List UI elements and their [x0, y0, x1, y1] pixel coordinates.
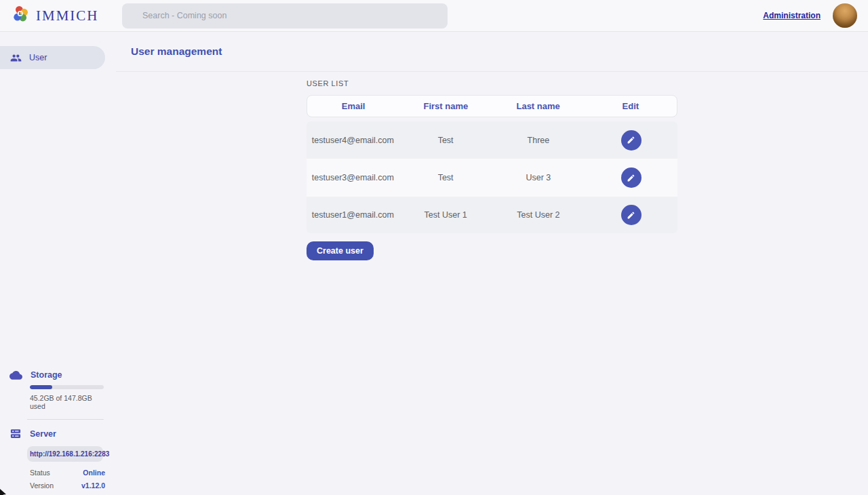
storage-progress-bar [30, 385, 104, 389]
server-url-chip: http://192.168.1.216:2283 [27, 446, 103, 462]
search-input[interactable] [122, 3, 448, 28]
pencil-icon [627, 174, 635, 182]
column-edit: Edit [585, 101, 677, 111]
server-title: Server [30, 429, 56, 439]
sidebar-item-user-label: User [29, 53, 47, 62]
immich-admin-app: IMMICH Administration User [0, 0, 868, 495]
sidebar-footer: Storage 45.2GB of 147.8GB used [0, 370, 105, 490]
user-avatar[interactable] [833, 3, 857, 28]
mouse-cursor [0, 486, 9, 495]
immich-logo[interactable]: IMMICH [11, 5, 122, 26]
status-value: Online [83, 469, 105, 477]
pencil-icon [627, 136, 635, 144]
sidebar: User Storage 45.2GB of 1 [0, 32, 105, 495]
column-last-name: Last name [492, 101, 585, 111]
sidebar-divider [27, 419, 104, 420]
status-label: Status [30, 469, 50, 477]
user-first-name-cell: Test [399, 136, 492, 145]
user-table-rows: testuser4@email.com Test Three [307, 121, 677, 233]
user-email-cell: testuser1@email.com [307, 210, 399, 220]
table-row: testuser4@email.com Test Three [307, 121, 677, 159]
storage-title: Storage [31, 370, 62, 380]
main-content: User management USER LIST Email First na… [105, 32, 868, 495]
user-table-header: Email First name Last name Edit [307, 95, 677, 117]
user-last-name-cell: Three [492, 136, 585, 145]
logo-wordmark: IMMICH [36, 7, 99, 24]
server-status-row: Status Online [30, 469, 105, 477]
storage-usage-text: 45.2GB of 147.8GB used [30, 394, 104, 410]
user-last-name-cell: User 3 [492, 173, 585, 182]
user-list-label: USER LIST [307, 79, 677, 87]
user-email-cell: testuser4@email.com [307, 136, 399, 145]
version-label: Version [30, 481, 54, 490]
storage-progress-fill [30, 385, 52, 389]
page-title: User management [131, 45, 222, 58]
create-user-button[interactable]: Create user [307, 241, 374, 260]
immich-flower-icon [11, 5, 30, 26]
user-edit-cell [585, 167, 677, 188]
column-email: Email [307, 101, 399, 111]
app-header: IMMICH Administration [0, 0, 868, 32]
user-first-name-cell: Test [399, 173, 492, 182]
user-edit-cell [585, 130, 677, 151]
user-edit-cell [585, 205, 677, 225]
page-header: User management [116, 32, 868, 72]
server-icon [9, 428, 22, 439]
table-row: testuser3@email.com Test User 3 [307, 159, 677, 196]
user-email-cell: testuser3@email.com [307, 173, 399, 182]
edit-user-button[interactable] [621, 167, 642, 188]
table-row: testuser1@email.com Test User 1 Test Use… [307, 196, 677, 233]
pencil-icon [627, 211, 635, 220]
server-version-row: Version v1.12.0 [30, 481, 105, 490]
edit-user-button[interactable] [621, 130, 642, 151]
edit-user-button[interactable] [621, 205, 642, 225]
administration-link[interactable]: Administration [763, 11, 821, 20]
user-last-name-cell: Test User 2 [492, 210, 585, 220]
users-icon [10, 52, 22, 64]
server-section: Server http://192.168.1.216:2283 Status … [0, 428, 105, 490]
cloud-icon [9, 370, 22, 380]
version-value: v1.12.0 [81, 481, 105, 490]
user-first-name-cell: Test User 1 [399, 210, 492, 220]
user-list-panel: USER LIST Email First name Last name Edi… [307, 72, 677, 260]
sidebar-item-user[interactable]: User [0, 46, 105, 69]
column-first-name: First name [399, 101, 492, 111]
storage-section: Storage 45.2GB of 147.8GB used [0, 370, 105, 410]
